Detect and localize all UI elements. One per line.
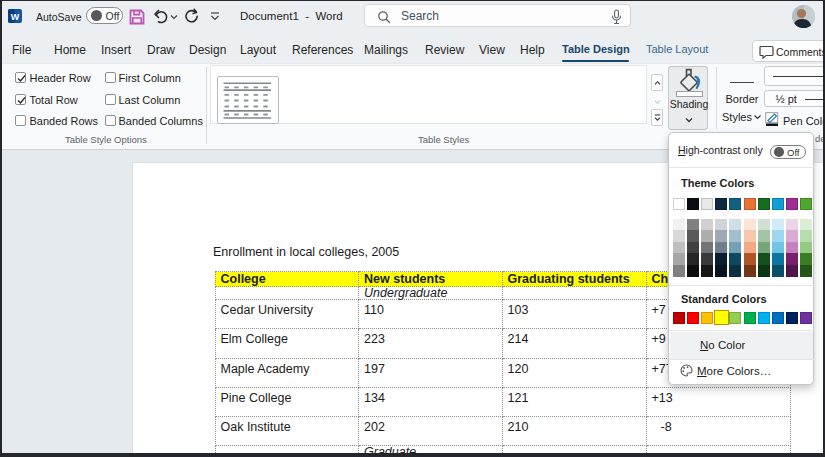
svg-text:W: W [11, 12, 20, 22]
